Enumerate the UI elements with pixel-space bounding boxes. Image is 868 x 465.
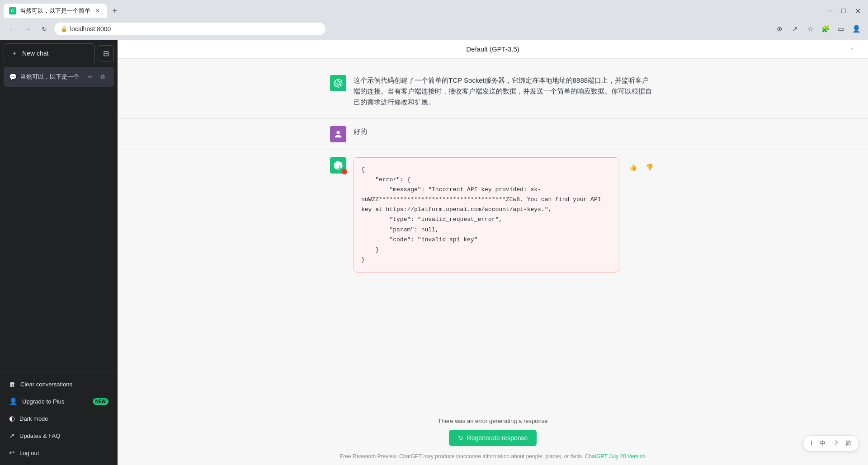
browser-actions: ⊕ ↗ ☆ 🧩 ▭ 👤: [773, 23, 863, 35]
thumbs-down-button[interactable]: 👎: [643, 161, 656, 174]
window-maximize-button[interactable]: □: [838, 5, 849, 17]
sidebar-item-updates[interactable]: ↗ Updates & FAQ: [4, 427, 114, 444]
message-block-1: 这个示例代码创建了一个简单的TCP Socket服务器，它绑定在本地地址的888…: [321, 68, 665, 118]
dark-mode-label: Dark mode: [19, 415, 48, 422]
url-text: localhost:8000: [70, 25, 111, 33]
error-indicator: [342, 169, 347, 174]
message-row-1: 这个示例代码创建了一个简单的TCP Socket服务器，它绑定在本地地址的888…: [330, 75, 656, 111]
sidebar-item-darkmode[interactable]: ◐ Dark mode: [4, 410, 114, 427]
refresh-button[interactable]: ↻: [38, 23, 51, 35]
user-message-text: 好的: [354, 126, 656, 137]
lock-icon: 🔒: [61, 26, 67, 32]
address-bar: ← → ↻ 🔒 localhost:8000 ⊕ ↗ ☆ 🧩 ▭ 👤: [0, 18, 868, 40]
error-box: { "error": { "message": "Incorrect API k…: [354, 157, 619, 272]
regenerate-button[interactable]: ↻ Regenerate response: [449, 430, 537, 446]
logout-label: Log out: [19, 450, 39, 456]
new-chat-button[interactable]: ＋ New chat: [4, 43, 95, 63]
new-chat-row: ＋ New chat ⊟: [4, 43, 114, 63]
message-row-user: 好的: [330, 126, 656, 142]
sidebar-item-clear[interactable]: 🗑 Clear conversations: [4, 376, 114, 393]
app-layout: ＋ New chat ⊟ 💬 当然可以，以下是一个 ✏ 🗑 🗑: [0, 40, 868, 465]
trash-icon: 🗑: [9, 380, 16, 388]
new-badge: NEW: [93, 398, 108, 405]
message-text-1: 这个示例代码创建了一个简单的TCP Socket服务器，它绑定在本地地址的888…: [354, 75, 656, 108]
sidebar-item-upgrade[interactable]: 👤 Upgrade to Plus NEW: [4, 393, 114, 410]
toolbar-item-chinese[interactable]: 中: [817, 437, 828, 449]
chat-bottom: There was an error generating a response…: [118, 412, 868, 450]
conversation-actions: ✏ 🗑: [85, 71, 108, 82]
error-notice: There was an error generating a response: [127, 418, 859, 424]
assistant-error-avatar: [330, 157, 346, 174]
conversation-item[interactable]: 💬 当然可以，以下是一个 ✏ 🗑: [4, 67, 114, 87]
window-controls: ─ □ ✕: [824, 5, 864, 17]
sidebar-top: ＋ New chat ⊟: [0, 40, 118, 67]
tab-favicon: G: [9, 7, 16, 14]
assistant-avatar: [330, 75, 346, 91]
tab-bar: G 当然可以，以下是一个简单 ✕ + ─ □ ✕: [0, 0, 868, 18]
forward-button[interactable]: →: [22, 23, 34, 35]
footer-note: Free Research Preview. ChatGPT may produ…: [118, 450, 868, 465]
external-link-icon: ↗: [9, 432, 15, 440]
sidebar-bottom: 🗑 Clear conversations 👤 Upgrade to Plus …: [0, 372, 118, 465]
window-close-button[interactable]: ✕: [851, 5, 864, 17]
regenerate-icon: ↻: [458, 434, 463, 442]
new-chat-label: New chat: [22, 50, 48, 57]
toolbar-item-moon[interactable]: ☽: [830, 437, 841, 449]
toolbar-item-simplified[interactable]: 简: [843, 437, 854, 449]
footer-link[interactable]: ChatGPT July 20 Version: [585, 453, 646, 460]
bookmark-button[interactable]: ☆: [804, 23, 816, 35]
sidebar-toggle-btn[interactable]: ⊟: [98, 45, 114, 61]
sidebar-item-logout[interactable]: ↩ Log out: [4, 444, 114, 461]
profile-button[interactable]: 👤: [850, 23, 863, 35]
window-minimize-button[interactable]: ─: [824, 5, 836, 17]
floating-toolbar: I 中 ☽ 简: [803, 435, 859, 451]
main-content: Default (GPT-3.5) ↑ 这个示例代码创建了一个简单的TCP So…: [118, 40, 868, 465]
plus-icon: ＋: [11, 49, 18, 57]
sidebar: ＋ New chat ⊟ 💬 当然可以，以下是一个 ✏ 🗑 🗑: [0, 40, 118, 465]
user-avatar: [330, 126, 346, 142]
conversation-title: 当然可以，以下是一个: [20, 73, 81, 81]
assistant-message-content-1: 这个示例代码创建了一个简单的TCP Socket服务器，它绑定在本地地址的888…: [354, 75, 656, 111]
user-message-content: 好的: [354, 126, 656, 141]
active-tab[interactable]: G 当然可以，以下是一个简单 ✕: [4, 4, 107, 18]
chat-icon: 💬: [9, 73, 17, 80]
url-bar[interactable]: 🔒 localhost:8000: [54, 23, 326, 35]
user-icon: 👤: [9, 397, 18, 405]
chat-header: Default (GPT-3.5) ↑: [118, 40, 868, 59]
share-button[interactable]: ↗: [788, 23, 801, 35]
message-block-error: { "error": { "message": "Incorrect API k…: [321, 150, 665, 280]
conversations-list: 💬 当然可以，以下是一个 ✏ 🗑: [0, 67, 118, 372]
toolbar-item-cursor[interactable]: I: [808, 437, 815, 449]
edit-conversation-button[interactable]: ✏: [85, 71, 96, 82]
updates-label: Updates & FAQ: [19, 432, 60, 439]
tab-title: 当然可以，以下是一个简单: [20, 7, 90, 15]
upgrade-label: Upgrade to Plus: [22, 398, 64, 405]
logout-icon: ↩: [9, 449, 15, 457]
footer-text: Free Research Preview. ChatGPT may produ…: [340, 453, 584, 460]
back-button[interactable]: ←: [5, 23, 18, 35]
message-actions: 👍 👎: [627, 161, 656, 174]
thumbs-up-button[interactable]: 👍: [627, 161, 639, 174]
translate-button[interactable]: ⊕: [773, 23, 786, 35]
delete-conversation-button[interactable]: 🗑: [98, 71, 108, 82]
messages-area: 这个示例代码创建了一个简单的TCP Socket服务器，它绑定在本地地址的888…: [118, 59, 868, 412]
clear-conversations-label: Clear conversations: [20, 381, 72, 388]
layout-icon: ⊟: [103, 49, 109, 58]
message-row-error: { "error": { "message": "Incorrect API k…: [330, 157, 656, 272]
moon-icon: ◐: [9, 414, 15, 423]
extensions-button[interactable]: 🧩: [819, 23, 832, 35]
error-message-content: { "error": { "message": "Incorrect API k…: [354, 157, 619, 272]
sidebar-toggle-button[interactable]: ▭: [835, 23, 847, 35]
regenerate-label: Regenerate response: [467, 434, 528, 442]
share-button[interactable]: ↑: [844, 42, 859, 56]
new-tab-button[interactable]: +: [108, 5, 121, 17]
message-block-user: 好的: [321, 119, 665, 150]
tab-close-button[interactable]: ✕: [94, 7, 101, 14]
browser-chrome: G 当然可以，以下是一个简单 ✕ + ─ □ ✕ ← → ↻ 🔒 localho…: [0, 0, 868, 40]
chat-title: Default (GPT-3.5): [466, 45, 519, 53]
